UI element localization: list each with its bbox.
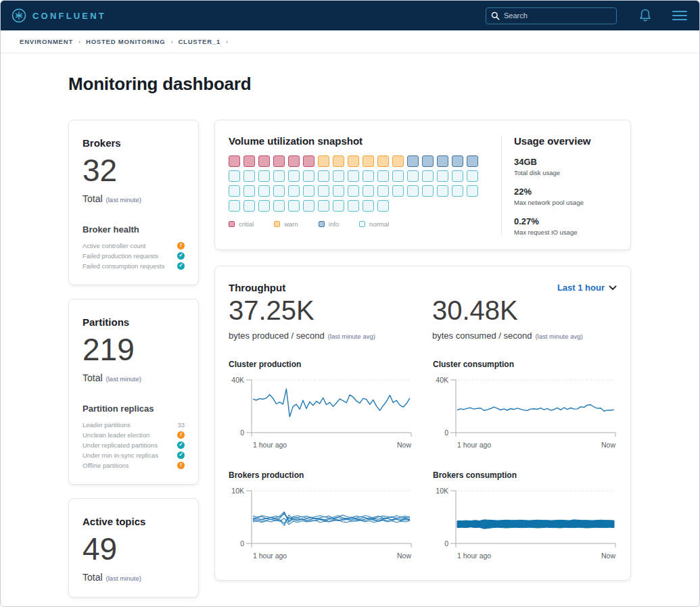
- chart-plot: 40K01 hour agoNow: [433, 374, 618, 450]
- svg-text:1 hour ago: 1 hour ago: [457, 441, 491, 449]
- chevron-down-icon: [609, 285, 617, 291]
- volume-square-normal: [437, 185, 448, 197]
- legend-label: info: [329, 220, 339, 228]
- svg-text:40K: 40K: [231, 376, 244, 384]
- volume-square-normal: [422, 185, 434, 197]
- global-search[interactable]: [486, 7, 617, 24]
- warning-icon: !: [177, 431, 185, 439]
- status-row: Offline partitions!: [83, 460, 185, 470]
- svg-text:0: 0: [240, 429, 244, 437]
- notifications-button[interactable]: [638, 8, 652, 23]
- volume-square-warn: [333, 155, 344, 167]
- legend-item: critial: [229, 220, 254, 228]
- produced-metric: 37.25K bytes produced / second(last minu…: [229, 296, 413, 341]
- chart-brokers-consumption: Brokers consumption10K01 hour agoNow: [433, 470, 618, 564]
- volume-square-normal: [243, 200, 255, 212]
- volume-square-normal: [467, 170, 478, 182]
- partitions-card-title: Partitions: [83, 316, 185, 328]
- breadcrumb-separator-icon: ›: [78, 39, 80, 45]
- status-label: Leader partitions: [83, 421, 131, 429]
- time-range-dropdown[interactable]: Last 1 hour: [557, 283, 617, 293]
- svg-text:10K: 10K: [231, 487, 244, 495]
- consumed-qualifier: (last minute avg): [535, 333, 582, 340]
- total-qualifier: (last minute): [106, 375, 141, 383]
- volume-square-normal: [377, 185, 389, 197]
- volume-square-warn: [377, 155, 389, 167]
- status-row: Under min in-sync replicas✓: [83, 450, 185, 460]
- volume-square-warn: [318, 155, 329, 167]
- chart-title: Brokers consumption: [433, 470, 618, 480]
- volume-square-normal: [392, 170, 404, 182]
- partitions-total-value: 219: [83, 334, 185, 366]
- search-input[interactable]: [486, 7, 617, 24]
- breadcrumb-item[interactable]: CLUSTER_1: [178, 38, 220, 45]
- volume-square-normal: [467, 185, 478, 197]
- produced-label: bytes produced / second: [229, 331, 325, 341]
- breadcrumb-item[interactable]: HOSTED MONITORING: [86, 38, 165, 45]
- consumed-metric: 30.48K bytes consumed / second(last minu…: [432, 296, 617, 341]
- legend-label: critial: [239, 220, 254, 228]
- time-range-label: Last 1 hour: [557, 283, 605, 293]
- svg-text:40K: 40K: [436, 376, 448, 384]
- hamburger-menu-button[interactable]: [672, 11, 687, 20]
- chart-brokers-production: Brokers production10K01 hour agoNow: [229, 470, 414, 564]
- confluent-logo[interactable]: CONFLUENT: [11, 8, 106, 23]
- active-topics-total-row: Total(last minute): [83, 571, 185, 583]
- volume-square-normal: [377, 170, 389, 182]
- page-title: Monitoring dashboard: [68, 74, 699, 95]
- svg-text:Now: Now: [397, 441, 411, 449]
- svg-text:1 hour ago: 1 hour ago: [253, 552, 287, 560]
- volume-square-critical: [229, 155, 240, 167]
- svg-text:0: 0: [444, 539, 448, 548]
- partition-replicas-list: Leader partitions33Unclean leader electi…: [83, 420, 185, 470]
- volume-square-normal: [363, 170, 374, 182]
- volume-square-normal: [273, 170, 285, 182]
- volume-square-normal: [452, 170, 463, 182]
- bell-icon: [638, 8, 652, 23]
- legend-square-normal: [359, 221, 365, 227]
- volume-card-title: Volume utilization snapshot: [229, 135, 492, 147]
- volume-square-normal: [318, 185, 329, 197]
- throughput-card: Throughput Last 1 hour 37.25K bytes prod…: [214, 266, 631, 581]
- volume-square-normal: [333, 170, 344, 182]
- partitions-card: Partitions 219 Total(last minute) Partit…: [68, 299, 199, 485]
- total-qualifier: (last minute): [106, 575, 141, 582]
- volume-square-normal: [229, 170, 240, 182]
- volume-squares-grid: [229, 155, 492, 212]
- volume-square-critical: [303, 155, 314, 167]
- partition-replicas-title: Partition replicas: [83, 404, 185, 414]
- volume-square-info: [452, 155, 463, 167]
- produced-qualifier: (last minute avg): [328, 333, 375, 340]
- active-topics-card-title: Active topics: [83, 516, 185, 527]
- brand-wordmark: CONFLUENT: [32, 11, 106, 21]
- volume-square-normal: [258, 185, 270, 197]
- total-label: Total: [83, 572, 103, 583]
- legend-square-info: [319, 221, 325, 227]
- status-row: Unclean leader election!: [83, 430, 185, 440]
- volume-square-normal: [407, 170, 419, 182]
- volume-square-normal: [422, 170, 434, 182]
- chart-cluster-consumption: Cluster consumption40K01 hour agoNow: [433, 360, 618, 453]
- volume-squares-row: [229, 155, 492, 167]
- volume-squares-row: [229, 200, 492, 212]
- volume-square-info: [407, 155, 419, 167]
- volume-square-normal: [348, 185, 359, 197]
- breadcrumb-item[interactable]: ENVIRONMENT: [20, 38, 73, 45]
- volume-square-normal: [229, 185, 240, 197]
- volume-squares-row: [229, 185, 492, 197]
- usage-stat-value: 22%: [514, 187, 617, 197]
- active-topics-total-value: 49: [83, 533, 185, 565]
- svg-text:10K: 10K: [436, 487, 448, 495]
- status-label: Offline partitions: [83, 462, 129, 469]
- svg-text:0: 0: [240, 539, 244, 548]
- right-column: Volume utilization snapshot critialwarni…: [214, 120, 631, 581]
- total-label: Total: [83, 193, 103, 204]
- svg-text:Now: Now: [601, 552, 615, 560]
- app-window: CONFLUENT ENVIRONMENT›HOSTED MONITORING›…: [0, 0, 700, 607]
- status-row: Under replicated partitions✓: [83, 440, 185, 450]
- status-row: Failed consumption requests✓: [83, 261, 185, 271]
- breadcrumb-separator-icon: ›: [170, 39, 172, 45]
- legend-label: warn: [284, 220, 298, 228]
- usage-stat: 22%Max network pool usage: [514, 187, 617, 206]
- left-column: Brokers 32 Total(last minute) Broker hea…: [68, 120, 199, 598]
